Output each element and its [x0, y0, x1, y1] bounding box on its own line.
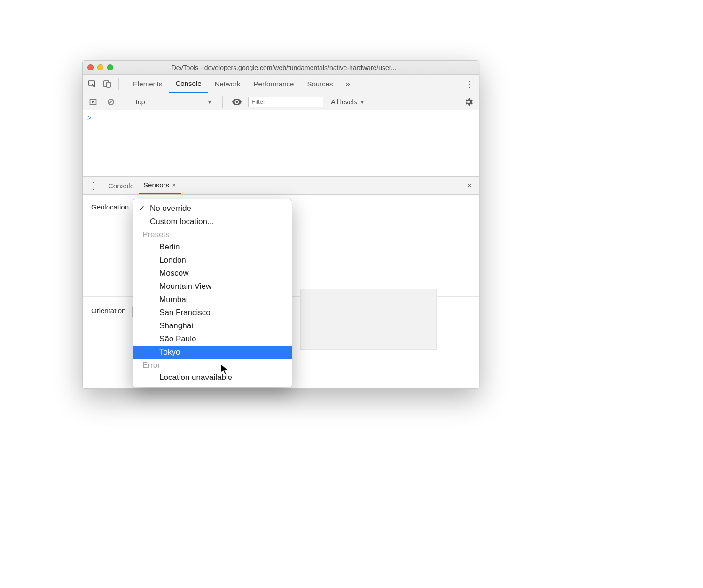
log-levels-selector[interactable]: All levels ▼ — [328, 97, 367, 107]
tab-sources[interactable]: Sources — [300, 75, 339, 93]
drawer-tab-sensors[interactable]: Sensors× — [139, 177, 181, 194]
dropdown-option[interactable]: London — [133, 254, 292, 267]
dropdown-option[interactable]: San Francisco — [133, 306, 292, 319]
more-tabs-button[interactable]: » — [342, 77, 355, 91]
separator — [458, 78, 458, 90]
window-controls — [87, 64, 113, 70]
dropdown-option[interactable]: No override — [133, 202, 292, 215]
caret-down-icon: ▼ — [360, 99, 365, 105]
panel-tabs: ElementsConsoleNetworkPerformanceSources — [126, 75, 340, 93]
maximize-window-button[interactable] — [107, 64, 113, 70]
drawer-tab-console[interactable]: Console — [103, 177, 139, 194]
close-tab-icon[interactable]: × — [172, 181, 176, 189]
drawer-menu-icon[interactable]: ⋮ — [86, 180, 101, 191]
svg-point-5 — [236, 101, 238, 103]
devtools-window: DevTools - developers.google.com/web/fun… — [82, 60, 479, 389]
drawer-tabs: ⋮ ConsoleSensors× × — [83, 176, 479, 195]
context-label: top — [136, 98, 145, 106]
minimize-window-button[interactable] — [97, 64, 103, 70]
dropdown-option[interactable]: Mumbai — [133, 293, 292, 306]
dropdown-option[interactable]: Shanghai — [133, 319, 292, 333]
console-settings-icon[interactable] — [462, 95, 475, 108]
levels-label: All levels — [331, 98, 357, 106]
toggle-sidebar-icon[interactable] — [86, 95, 100, 108]
tab-elements[interactable]: Elements — [126, 75, 169, 93]
caret-down-icon: ▼ — [207, 99, 212, 105]
dropdown-group-label: Error — [133, 359, 292, 371]
filter-input[interactable] — [248, 97, 323, 107]
clear-console-icon[interactable] — [104, 95, 117, 108]
geolocation-dropdown: No overrideCustom location...PresetsBerl… — [133, 199, 292, 387]
dropdown-group-label: Presets — [133, 228, 292, 240]
inspect-element-icon[interactable] — [86, 77, 99, 91]
device-toggle-icon[interactable] — [101, 77, 114, 91]
dropdown-option[interactable]: São Paulo — [133, 333, 292, 346]
orientation-label: Orientation — [91, 305, 125, 315]
live-expression-icon[interactable] — [230, 95, 243, 108]
console-prompt: > — [87, 114, 92, 122]
sensors-panel: Geolocation ▲▼ No overrideCustom locatio… — [83, 195, 479, 388]
separator — [118, 78, 119, 90]
drawer-tab-label: Console — [108, 182, 134, 190]
tab-network[interactable]: Network — [208, 75, 247, 93]
dropdown-option[interactable]: Custom location... — [133, 215, 292, 228]
close-window-button[interactable] — [87, 64, 94, 70]
chevron-right-double-icon: » — [346, 80, 350, 88]
dropdown-option[interactable]: Location unavailable — [133, 371, 292, 384]
dropdown-option[interactable]: Tokyo — [133, 346, 292, 359]
window-title: DevTools - developers.google.com/web/fun… — [117, 64, 474, 71]
titlebar: DevTools - developers.google.com/web/fun… — [83, 61, 479, 75]
console-toolbar: top ▼ All levels ▼ — [83, 93, 479, 110]
drawer-close-button[interactable]: × — [463, 181, 476, 191]
geolocation-label: Geolocation — [91, 201, 129, 211]
dropdown-option[interactable]: Moscow — [133, 267, 292, 280]
dropdown-option[interactable]: Berlin — [133, 240, 292, 254]
svg-rect-0 — [89, 81, 95, 85]
main-toolbar: ElementsConsoleNetworkPerformanceSources… — [83, 75, 479, 93]
kebab-menu-icon[interactable]: ⋮ — [463, 77, 476, 91]
orientation-preview — [300, 289, 437, 350]
dropdown-option[interactable]: Mountain View — [133, 280, 292, 293]
tab-performance[interactable]: Performance — [247, 75, 301, 93]
tab-console[interactable]: Console — [169, 75, 208, 93]
close-icon: × — [467, 181, 472, 190]
console-output[interactable]: > — [83, 110, 479, 176]
svg-rect-2 — [107, 82, 110, 87]
separator — [222, 96, 223, 108]
context-selector[interactable]: top ▼ — [133, 97, 215, 107]
drawer-tab-label: Sensors — [143, 181, 169, 189]
separator — [125, 96, 125, 108]
